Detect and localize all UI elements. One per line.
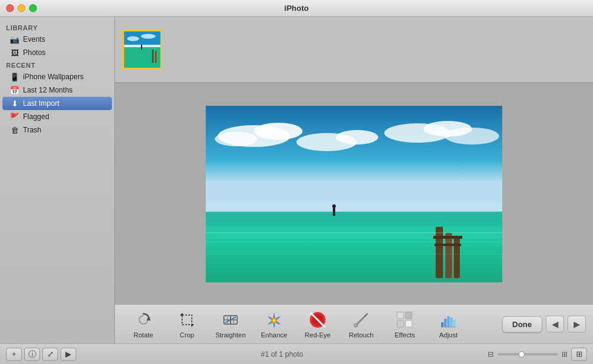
close-button[interactable] [6,4,14,12]
recent-section-title: RECENT [0,59,114,70]
sidebar-item-trash-label: Trash [23,126,41,134]
straighten-label: Straighten [215,331,246,339]
prev-icon: ◀ [552,319,559,329]
right-panel: Rotate Crop [115,17,593,343]
photo-count: #1 of 1 photo [261,350,303,359]
rotate-icon [134,310,153,330]
svg-point-16 [336,130,378,145]
svg-rect-5 [141,45,142,50]
zoom-in-icon: ⊞ [562,350,568,359]
red-eye-label: Red-Eye [305,331,331,339]
svg-rect-32 [182,315,192,325]
svg-rect-23 [436,227,443,278]
traffic-lights [6,4,37,12]
sidebar-item-last-import[interactable]: ⬇ Last Import [2,97,112,110]
film-strip [115,17,593,83]
sidebar-item-photos[interactable]: 🖼 Photos [0,46,114,59]
adjust-icon [439,310,458,330]
zoom-thumb [519,351,525,357]
title-bar: iPhoto [0,0,593,17]
flagged-icon: 🚩 [10,112,19,122]
events-icon: 📷 [10,34,19,44]
svg-point-22 [332,204,336,208]
sidebar-item-events[interactable]: 📷 Events [0,33,114,46]
window-title: iPhoto [284,4,309,13]
retouch-label: Retouch [349,331,374,339]
sidebar-item-flagged-label: Flagged [23,112,49,121]
retouch-button[interactable]: Retouch [340,308,382,341]
trash-icon: 🗑 [10,125,19,135]
toolbar: Rotate Crop [115,304,593,343]
zoom-slider[interactable] [497,353,558,356]
effects-label: Effects [395,331,414,339]
sidebar-item-last-12-months-label: Last 12 Months [23,86,73,94]
svg-rect-54 [447,316,450,327]
svg-rect-56 [453,320,456,327]
svg-rect-26 [433,236,462,239]
effects-button[interactable]: Effects [384,308,426,341]
svg-point-4 [141,34,156,39]
fullscreen-button[interactable]: ⤢ [42,348,58,361]
enhance-icon [264,310,284,330]
prev-button[interactable]: ◀ [546,316,564,333]
svg-rect-52 [441,322,444,327]
maximize-button[interactable] [29,4,37,12]
rotate-label: Rotate [134,331,153,339]
iphone-wallpapers-icon: 📱 [10,72,19,82]
info-button[interactable]: ⓘ [24,348,40,361]
photos-icon: 🖼 [10,48,19,57]
sidebar-item-flagged[interactable]: 🚩 Flagged [0,110,114,123]
status-bar: + ⓘ ⤢ ▶ #1 of 1 photo ⊟ ⊞ ⊞ [0,343,593,364]
play-icon: ▶ [65,349,71,359]
svg-point-14 [215,132,257,146]
adjust-label: Adjust [439,331,458,339]
sidebar-item-iphone-wallpapers[interactable]: 📱 iPhone Wallpapers [0,70,114,83]
done-button[interactable]: Done [502,316,543,333]
grid-button[interactable]: ⊞ [571,348,587,361]
crop-icon [177,310,197,330]
svg-rect-7 [155,51,157,63]
photo-area [115,83,593,304]
enhance-label: Enhance [261,331,287,339]
red-eye-button[interactable]: Red-Eye [296,308,339,341]
rotate-button[interactable]: Rotate [122,308,165,341]
sidebar-item-trash[interactable]: 🗑 Trash [0,123,114,137]
straighten-icon [221,310,240,330]
status-center: #1 of 1 photo [76,350,488,359]
svg-rect-55 [450,317,453,327]
svg-point-3 [127,36,139,41]
minimize-button[interactable] [18,4,25,12]
svg-rect-48 [397,312,404,319]
add-button[interactable]: + [6,348,22,361]
grid-icon: ⊞ [576,349,583,359]
sidebar-item-iphone-wallpapers-label: iPhone Wallpapers [23,73,84,81]
svg-point-47 [354,323,358,327]
sidebar-item-last-12-months[interactable]: 📅 Last 12 Months [0,83,114,97]
svg-rect-51 [405,320,412,327]
svg-rect-27 [434,244,461,246]
main-photo [206,106,502,282]
status-left: + ⓘ ⤢ ▶ [6,348,76,361]
fullscreen-icon: ⤢ [47,349,54,359]
crop-label: Crop [180,331,194,339]
crop-button[interactable]: Crop [166,308,208,341]
thumbnail-selected[interactable] [122,30,162,70]
add-icon: + [11,349,16,359]
straighten-button[interactable]: Straighten [209,308,252,341]
thumbnail-image [124,31,160,68]
status-right: ⊟ ⊞ ⊞ [488,348,587,361]
effects-icon [395,310,414,330]
red-eye-icon [308,310,327,330]
svg-point-19 [445,128,499,145]
play-button[interactable]: ▶ [61,348,76,361]
svg-rect-24 [445,233,452,278]
svg-rect-53 [444,319,447,327]
svg-rect-21 [333,207,335,216]
main-content: LIBRARY 📷 Events 🖼 Photos RECENT 📱 iPhon… [0,17,593,343]
enhance-button[interactable]: Enhance [253,308,295,341]
svg-rect-49 [405,312,412,319]
next-button[interactable]: ▶ [568,316,586,333]
zoom-out-icon: ⊟ [488,350,494,359]
sidebar-item-events-label: Events [23,35,45,44]
adjust-button[interactable]: Adjust [427,308,470,341]
